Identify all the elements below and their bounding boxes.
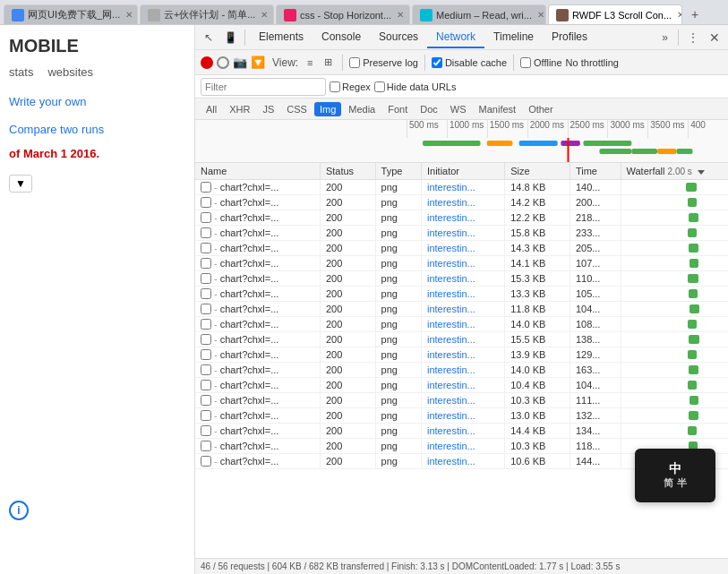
type-filter-img[interactable]: Img (314, 102, 341, 116)
hide-urls-checkbox[interactable] (374, 81, 385, 92)
dropdown[interactable]: ▼ (9, 175, 32, 193)
row-initiator[interactable]: interestin... (427, 273, 475, 284)
compare-link[interactable]: Compare two runs (0, 119, 194, 140)
table-row[interactable]: - chart?chxl=... 200pnginterestin...15.3… (195, 271, 728, 287)
offline-label[interactable]: Offline (520, 57, 562, 68)
tab-2[interactable]: 云+伙伴计划 - 简单... ✕ (140, 4, 274, 24)
row-initiator[interactable]: interestin... (427, 319, 475, 330)
row-checkbox[interactable] (201, 182, 211, 193)
table-row[interactable]: - chart?chxl=... 200pnginterestin...13.3… (195, 287, 728, 302)
row-checkbox[interactable] (201, 441, 211, 451)
row-checkbox[interactable] (201, 243, 211, 253)
col-header-size[interactable]: Size (505, 163, 570, 180)
table-row[interactable]: - chart?chxl=... 200pnginterestin...14.3… (195, 241, 728, 256)
tab-profiles[interactable]: Profiles (543, 27, 596, 48)
camera-icon[interactable]: 📷 (233, 56, 247, 69)
filter-icon[interactable]: 🔽 (251, 56, 265, 69)
row-checkbox[interactable] (201, 395, 211, 406)
row-initiator[interactable]: interestin... (427, 212, 475, 223)
sidebar-nav-websites[interactable]: websites (47, 65, 93, 79)
row-initiator[interactable]: interestin... (427, 425, 475, 436)
tab-5[interactable]: RWDF L3 Scroll Con... ✕ (548, 4, 682, 24)
tab-1[interactable]: 网页UI免费下载_网... ✕ (4, 4, 138, 24)
tab-3-close[interactable]: ✕ (397, 10, 404, 20)
row-initiator[interactable]: interestin... (427, 182, 475, 193)
row-checkbox[interactable] (201, 273, 211, 284)
table-row[interactable]: - chart?chxl=... 200pnginterestin...11.8… (195, 302, 728, 317)
tab-network[interactable]: Network (427, 27, 484, 48)
row-checkbox[interactable] (201, 380, 211, 390)
col-header-name[interactable]: Name (195, 163, 320, 180)
more-tabs-button[interactable]: » (656, 31, 673, 44)
type-filter-doc[interactable]: Doc (415, 102, 443, 116)
row-initiator[interactable]: interestin... (427, 441, 475, 451)
row-initiator[interactable]: interestin... (427, 380, 475, 390)
preserve-log-label[interactable]: Preserve log (349, 57, 418, 68)
type-filter-font[interactable]: Font (382, 102, 413, 116)
record-button[interactable] (201, 56, 213, 69)
type-filter-other[interactable]: Other (523, 102, 559, 116)
row-initiator[interactable]: interestin... (427, 349, 475, 360)
col-header-status[interactable]: Status (320, 163, 375, 180)
type-filter-ws[interactable]: WS (445, 102, 472, 116)
row-checkbox[interactable] (201, 456, 211, 467)
filter-input[interactable] (201, 78, 326, 96)
offline-checkbox[interactable] (520, 57, 531, 68)
row-initiator[interactable]: interestin... (427, 364, 475, 375)
table-row[interactable]: - chart?chxl=... 200pnginterestin...15.8… (195, 226, 728, 241)
table-row[interactable]: - chart?chxl=... 200pnginterestin...15.5… (195, 332, 728, 347)
tab-4[interactable]: Medium – Read, wri... ✕ (412, 4, 546, 24)
devtools-mobile-icon[interactable]: 📱 (220, 28, 240, 47)
table-row[interactable]: - chart?chxl=... 200pnginterestin...13.9… (195, 347, 728, 363)
row-initiator[interactable]: interestin... (427, 395, 475, 406)
throttle-select[interactable]: No throttling (566, 57, 619, 68)
tab-3[interactable]: css - Stop Horizont... ✕ (276, 4, 410, 24)
row-checkbox[interactable] (201, 410, 211, 421)
col-header-time[interactable]: Time (570, 163, 621, 180)
col-header-type[interactable]: Type (375, 163, 421, 180)
row-checkbox[interactable] (201, 364, 211, 375)
row-initiator[interactable]: interestin... (427, 456, 475, 467)
tab-5-close[interactable]: ✕ (677, 10, 682, 20)
table-row[interactable]: - chart?chxl=... 200pnginterestin...14.4… (195, 424, 728, 439)
row-initiator[interactable]: interestin... (427, 288, 475, 299)
row-checkbox[interactable] (201, 425, 211, 436)
disable-cache-label[interactable]: Disable cache (432, 57, 507, 68)
tab-add-button[interactable]: + (684, 4, 706, 24)
tab-4-close[interactable]: ✕ (537, 10, 544, 20)
info-button[interactable]: i (9, 501, 29, 520)
table-row[interactable]: - chart?chxl=... 200pnginterestin...14.8… (195, 180, 728, 195)
row-checkbox[interactable] (201, 227, 211, 238)
type-filter-all[interactable]: All (201, 102, 222, 116)
devtools-close-button[interactable]: ✕ (705, 28, 724, 47)
float-widget[interactable]: 中 简 半 (635, 449, 715, 502)
table-row[interactable]: - chart?chxl=... 200pnginterestin...12.2… (195, 210, 728, 226)
row-checkbox[interactable] (201, 349, 211, 360)
row-checkbox[interactable] (201, 212, 211, 223)
regex-label[interactable]: Regex (330, 81, 371, 92)
row-checkbox[interactable] (201, 197, 211, 208)
table-row[interactable]: - chart?chxl=... 200pnginterestin...13.0… (195, 408, 728, 424)
disable-cache-checkbox[interactable] (432, 57, 442, 68)
preserve-log-checkbox[interactable] (349, 57, 360, 68)
row-checkbox[interactable] (201, 319, 211, 330)
row-initiator[interactable]: interestin... (427, 227, 475, 238)
col-header-waterfall[interactable]: Waterfall 2.00 s (621, 163, 728, 180)
type-filter-css[interactable]: CSS (281, 102, 313, 116)
hide-urls-label[interactable]: Hide data URLs (374, 81, 457, 92)
row-initiator[interactable]: interestin... (427, 197, 475, 208)
type-filter-manifest[interactable]: Manifest (474, 102, 522, 116)
type-filter-media[interactable]: Media (343, 102, 381, 116)
tab-1-close[interactable]: ✕ (125, 10, 133, 20)
table-row[interactable]: - chart?chxl=... 200pnginterestin...14.2… (195, 195, 728, 210)
row-checkbox[interactable] (201, 334, 211, 345)
write-link[interactable]: Write your own (0, 84, 194, 119)
col-header-initiator[interactable]: Initiator (421, 163, 504, 180)
regex-checkbox[interactable] (330, 81, 340, 92)
type-filter-js[interactable]: JS (257, 102, 279, 116)
table-row[interactable]: - chart?chxl=... 200pnginterestin...14.0… (195, 363, 728, 378)
table-row[interactable]: - chart?chxl=... 200pnginterestin...14.1… (195, 256, 728, 271)
row-initiator[interactable]: interestin... (427, 334, 475, 345)
table-row[interactable]: - chart?chxl=... 200pnginterestin...10.4… (195, 378, 728, 393)
table-row[interactable]: - chart?chxl=... 200pnginterestin...14.0… (195, 317, 728, 332)
